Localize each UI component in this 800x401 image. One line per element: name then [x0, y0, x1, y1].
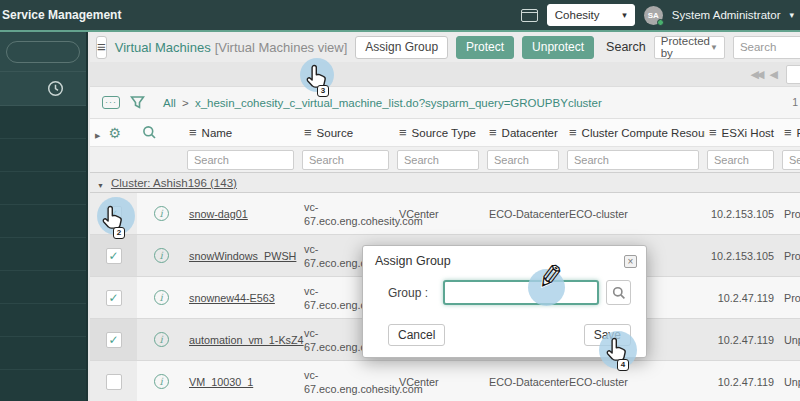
filter-funnel-icon[interactable]	[130, 95, 145, 110]
sidebar-menu-item[interactable]	[0, 205, 86, 238]
cancel-button[interactable]: Cancel	[388, 324, 445, 346]
column-header-source[interactable]: Source	[300, 125, 395, 140]
column-header-protection[interactable]: Pr	[780, 125, 800, 140]
column-menu-icon[interactable]	[784, 125, 792, 140]
list-view-label: [Virtual Machines view]	[215, 40, 348, 55]
row-checkbox[interactable]: ✓	[106, 290, 122, 306]
row-checkbox[interactable]: ✓	[106, 248, 122, 264]
vm-name-link[interactable]: snowWindows_PWSH	[189, 250, 296, 262]
filter-input-esxi-host[interactable]	[707, 150, 774, 170]
breadcrumb-query-link[interactable]: x_hesin_cohesity_c_virtual_machine_list.…	[195, 97, 602, 109]
assign-group-button[interactable]: Assign Group	[355, 36, 448, 59]
select-caret-icon: ▼	[710, 43, 718, 52]
group-row: Cluster: Ashish196 (143)	[90, 172, 800, 193]
column-search-icon[interactable]	[142, 125, 157, 140]
vm-name-link[interactable]: snownew44-E563	[189, 292, 275, 304]
cell-protection: Unpr	[780, 334, 800, 346]
sidebar-menu-item[interactable]	[0, 370, 86, 401]
sidebar-menu-item[interactable]	[0, 238, 86, 271]
cell-source: vc-67.eco.eng.cohesity.com	[300, 200, 395, 228]
clock-icon[interactable]	[47, 80, 64, 97]
step-3-badge: 3	[317, 85, 329, 97]
info-icon[interactable]	[154, 332, 169, 347]
previous-page-icon[interactable]	[770, 68, 778, 81]
row-checkbox[interactable]	[106, 374, 122, 390]
expand-all-icon[interactable]	[95, 124, 100, 142]
group-lookup-button[interactable]	[606, 280, 631, 305]
user-name[interactable]: System Administrator	[672, 9, 781, 21]
unprotect-button[interactable]: Unprotect	[522, 36, 594, 59]
list-title[interactable]: Virtual Machines	[115, 40, 211, 55]
pencil-icon	[534, 256, 566, 297]
filter-input-source-type[interactable]	[397, 150, 479, 170]
sidebar-menu-item[interactable]	[0, 337, 86, 370]
first-page-icon[interactable]	[751, 68, 762, 81]
filter-input-datacenter[interactable]	[487, 150, 559, 170]
filter-input-protection[interactable]	[782, 150, 800, 170]
sidebar-menu-item[interactable]	[0, 139, 86, 172]
sidebar-history-row[interactable]	[0, 71, 86, 105]
page-row-input[interactable]	[786, 65, 800, 84]
cell-protection: Prote	[780, 250, 800, 262]
list-context-menu-button[interactable]	[96, 36, 107, 59]
filter-input-cluster[interactable]	[567, 150, 699, 170]
search-field-select[interactable]: Protected by ▼	[654, 36, 725, 59]
message-bubble-icon[interactable]	[102, 96, 120, 109]
cell-esxi-host: 10.2.47.119	[705, 292, 780, 304]
column-menu-icon[interactable]	[709, 125, 717, 140]
breadcrumb-all-link[interactable]: All	[163, 97, 176, 109]
sidebar-menu-item[interactable]	[0, 106, 86, 139]
vm-name-link[interactable]: snow-dag01	[189, 208, 248, 220]
sidebar-menu	[0, 105, 86, 401]
gear-icon[interactable]	[108, 126, 121, 140]
pagination-strip	[90, 62, 800, 86]
cell-source-type: VCenter	[395, 208, 485, 220]
column-header-datacenter[interactable]: Datacenter	[485, 125, 565, 140]
list-toolbar: Virtual Machines [Virtual Machines view]…	[90, 32, 800, 62]
application-switcher-select[interactable]: Cohesity ▾	[547, 4, 635, 26]
collapse-group-icon[interactable]	[97, 174, 104, 192]
vm-name-link[interactable]: automation_vm_1-KsZ4	[189, 334, 304, 346]
column-menu-icon[interactable]	[489, 125, 497, 140]
group-input[interactable]	[443, 280, 599, 305]
column-header-esxi-host[interactable]: ESXi Host	[705, 125, 780, 140]
column-header-source-type[interactable]: Source Type	[395, 125, 485, 140]
magnifier-icon	[612, 286, 626, 300]
column-menu-icon[interactable]	[189, 125, 197, 140]
sidebar-menu-item[interactable]	[0, 172, 86, 205]
header-accent-line	[0, 30, 800, 32]
info-icon[interactable]	[154, 248, 169, 263]
user-menu-caret-icon[interactable]: ▾	[789, 10, 794, 20]
cell-datacenter: ECO-Datacenter	[485, 208, 565, 220]
filter-input-name[interactable]	[187, 150, 294, 170]
column-menu-icon[interactable]	[399, 125, 407, 140]
application-window-icon[interactable]	[521, 9, 538, 22]
user-avatar[interactable]: SA	[644, 6, 663, 25]
column-menu-icon[interactable]	[569, 125, 577, 140]
cell-protection: Unpr	[780, 376, 800, 388]
column-header-name[interactable]: Name	[185, 125, 300, 140]
info-icon[interactable]	[154, 290, 169, 305]
vm-name-link[interactable]: VM_10030_1	[189, 376, 253, 388]
group-label-link[interactable]: Cluster: Ashish196 (143)	[111, 177, 237, 189]
online-status-dot	[657, 19, 664, 26]
column-header-cluster-compute-resource[interactable]: Cluster Compute Resource	[565, 125, 705, 140]
sidebar-menu-item[interactable]	[0, 304, 86, 337]
sidebar-search-input[interactable]	[6, 41, 80, 63]
close-icon[interactable]	[624, 255, 637, 268]
toolbar-search-input[interactable]	[733, 36, 800, 59]
protect-button[interactable]: Protect	[456, 36, 514, 59]
row-checkbox[interactable]: ✓	[106, 332, 122, 348]
table-row: VM_10030_1 vc-67.eco.eng.cohesity.com VC…	[90, 361, 800, 401]
row-count-text: 1	[792, 96, 798, 108]
info-icon[interactable]	[154, 374, 169, 389]
info-icon[interactable]	[154, 206, 169, 221]
step-4-badge: 4	[617, 359, 629, 371]
application-switcher-value: Cohesity	[555, 9, 600, 21]
cell-source: vc-67.eco.eng.cohesity.com	[300, 368, 395, 396]
sidebar-menu-item[interactable]	[0, 271, 86, 304]
cell-datacenter: ECO-Datacenter	[485, 376, 565, 388]
filter-input-source[interactable]	[302, 150, 389, 170]
column-menu-icon[interactable]	[304, 125, 312, 140]
search-label: Search	[606, 40, 646, 54]
